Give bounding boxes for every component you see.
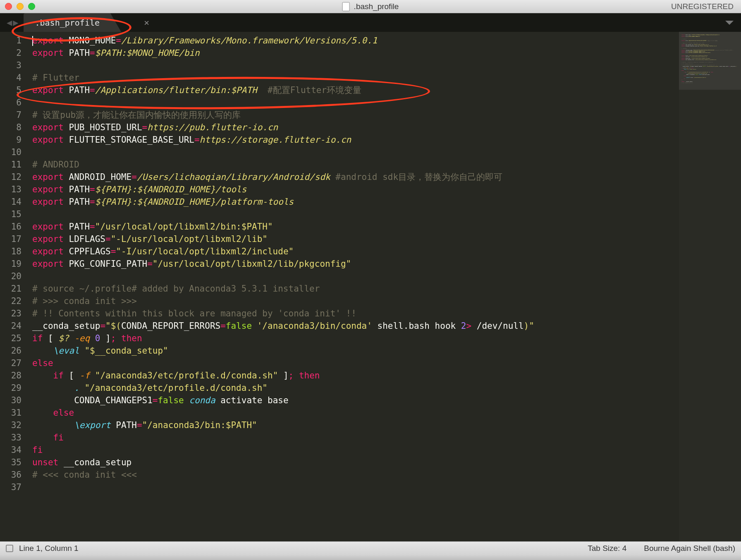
code-line[interactable]: fi bbox=[32, 444, 679, 456]
code-line[interactable]: export PATH=/Applications/flutter/bin:$P… bbox=[32, 84, 679, 96]
titlebar: .bash_profile UNREGISTERED bbox=[0, 0, 741, 13]
line-number-gutter: 1234567891011121314151617181920212223242… bbox=[0, 32, 32, 541]
code-line[interactable]: export PATH="/usr/local/opt/libxml2/bin:… bbox=[32, 220, 679, 233]
editor-area[interactable]: 1234567891011121314151617181920212223242… bbox=[0, 32, 741, 541]
line-number: 12 bbox=[0, 171, 22, 183]
code-line[interactable]: export PKG_CONFIG_PATH="/usr/local/opt/l… bbox=[32, 258, 679, 270]
code-line[interactable]: export PATH=${PATH}:${ANDROID_HOME}/tool… bbox=[32, 183, 679, 196]
line-number: 28 bbox=[0, 369, 22, 382]
line-number: 20 bbox=[0, 270, 22, 282]
line-number: 13 bbox=[0, 183, 22, 196]
status-panel-toggle-icon[interactable] bbox=[6, 545, 13, 552]
tab-bash-profile[interactable]: .bash_profile bbox=[24, 13, 122, 32]
tab-close-icon[interactable]: × bbox=[144, 17, 717, 28]
code-line[interactable]: __conda_setup="$(CONDA_REPORT_ERRORS=fal… bbox=[32, 320, 679, 332]
code-line[interactable]: # <<< conda init <<< bbox=[32, 469, 679, 481]
code-line[interactable]: export CPPFLAGS="-I/usr/local/opt/libxml… bbox=[32, 245, 679, 258]
code-line[interactable]: # ANDROID bbox=[32, 158, 679, 171]
line-number: 27 bbox=[0, 357, 22, 369]
code-line[interactable]: # >>> conda init >>> bbox=[32, 295, 679, 307]
code-line[interactable] bbox=[32, 146, 679, 158]
file-icon bbox=[342, 2, 350, 11]
code-line[interactable] bbox=[32, 270, 679, 282]
line-number: 32 bbox=[0, 419, 22, 431]
line-number: 14 bbox=[0, 196, 22, 208]
code-line[interactable] bbox=[32, 96, 679, 109]
code-line[interactable]: fi bbox=[32, 431, 679, 444]
code-line[interactable]: if [ $? -eq 0 ]; then bbox=[32, 332, 679, 345]
line-number: 7 bbox=[0, 109, 22, 121]
status-position[interactable]: Line 1, Column 1 bbox=[19, 544, 79, 553]
code-line[interactable]: export PATH=$PATH:$MONO_HOME/bin bbox=[32, 47, 679, 59]
code-line[interactable] bbox=[32, 59, 679, 72]
code-line[interactable]: export PATH=${PATH}:${ANDROID_HOME}/plat… bbox=[32, 196, 679, 208]
unregistered-label: UNREGISTERED bbox=[671, 2, 734, 11]
minimize-window-button[interactable] bbox=[17, 3, 24, 10]
line-number: 30 bbox=[0, 394, 22, 407]
line-number: 16 bbox=[0, 220, 22, 233]
line-number: 33 bbox=[0, 431, 22, 444]
line-number: 8 bbox=[0, 121, 22, 134]
maximize-window-button[interactable] bbox=[28, 3, 35, 10]
code-line[interactable]: # !! Contents within this block are mana… bbox=[32, 307, 679, 320]
line-number: 36 bbox=[0, 469, 22, 481]
code-line[interactable]: # Flutter bbox=[32, 72, 679, 84]
line-number: 22 bbox=[0, 295, 22, 307]
line-number: 18 bbox=[0, 245, 22, 258]
window-title: .bash_profile bbox=[342, 2, 399, 11]
line-number: 4 bbox=[0, 72, 22, 84]
tab-overflow-icon[interactable] bbox=[725, 21, 734, 25]
tab-nav-back-icon[interactable]: ◀ bbox=[7, 17, 12, 28]
line-number: 31 bbox=[0, 407, 22, 419]
line-number: 11 bbox=[0, 158, 22, 171]
code-line[interactable]: export PUB_HOSTED_URL=https://pub.flutte… bbox=[32, 121, 679, 134]
line-number: 37 bbox=[0, 481, 22, 493]
line-number: 21 bbox=[0, 282, 22, 295]
minimap-content: export MONO_HOME=/Library/Frameworks/Mon… bbox=[681, 34, 727, 85]
code-line[interactable]: CONDA_CHANGEPS1=false conda activate bas… bbox=[32, 394, 679, 407]
traffic-lights bbox=[5, 3, 35, 10]
code-line[interactable]: . "/anaconda3/etc/profile.d/conda.sh" bbox=[32, 382, 679, 394]
tab-nav-forward-icon[interactable]: ▶ bbox=[13, 17, 18, 28]
minimap[interactable]: export MONO_HOME=/Library/Frameworks/Mon… bbox=[679, 32, 741, 541]
code-line[interactable]: # 设置pub源，才能让你在国内愉快的使用别人写的库 bbox=[32, 109, 679, 121]
code-line[interactable] bbox=[32, 208, 679, 220]
code-line[interactable]: # source ~/.profile# added by Anaconda3 … bbox=[32, 282, 679, 295]
status-tabsize[interactable]: Tab Size: 4 bbox=[588, 544, 626, 553]
line-number: 1 bbox=[0, 34, 22, 47]
code-line[interactable]: unset __conda_setup bbox=[32, 456, 679, 469]
line-number: 25 bbox=[0, 332, 22, 345]
line-number: 34 bbox=[0, 444, 22, 456]
line-number: 26 bbox=[0, 345, 22, 357]
line-number: 29 bbox=[0, 382, 22, 394]
line-number: 24 bbox=[0, 320, 22, 332]
close-window-button[interactable] bbox=[5, 3, 12, 10]
line-number: 10 bbox=[0, 146, 22, 158]
line-number: 2 bbox=[0, 47, 22, 59]
macos-dock-partial bbox=[0, 555, 741, 560]
status-syntax[interactable]: Bourne Again Shell (bash) bbox=[644, 544, 735, 553]
code-line[interactable]: else bbox=[32, 407, 679, 419]
code-line[interactable]: else bbox=[32, 357, 679, 369]
code-line[interactable]: export ANDROID_HOME=/Users/lichaoqian/Li… bbox=[32, 171, 679, 183]
code-line[interactable]: export MONO_HOME=/Library/Frameworks/Mon… bbox=[32, 34, 679, 47]
code-content[interactable]: export MONO_HOME=/Library/Frameworks/Mon… bbox=[32, 32, 679, 541]
code-line[interactable]: export FLUTTER_STORAGE_BASE_URL=https://… bbox=[32, 134, 679, 146]
code-line[interactable] bbox=[32, 481, 679, 493]
line-number: 23 bbox=[0, 307, 22, 320]
line-number: 35 bbox=[0, 456, 22, 469]
code-line[interactable]: \eval "$__conda_setup" bbox=[32, 345, 679, 357]
code-line[interactable]: export LDFLAGS="-L/usr/local/opt/libxml2… bbox=[32, 233, 679, 245]
window-title-text: .bash_profile bbox=[354, 2, 399, 11]
line-number: 15 bbox=[0, 208, 22, 220]
statusbar: Line 1, Column 1 Tab Size: 4 Bourne Agai… bbox=[0, 541, 741, 555]
line-number: 17 bbox=[0, 233, 22, 245]
line-number: 19 bbox=[0, 258, 22, 270]
tabbar: ◀ ▶ .bash_profile × bbox=[0, 13, 741, 32]
line-number: 3 bbox=[0, 59, 22, 72]
line-number: 5 bbox=[0, 84, 22, 96]
tab-nav-arrows: ◀ ▶ bbox=[3, 13, 22, 32]
line-number: 9 bbox=[0, 134, 22, 146]
code-line[interactable]: \export PATH="/anaconda3/bin:$PATH" bbox=[32, 419, 679, 431]
code-line[interactable]: if [ -f "/anaconda3/etc/profile.d/conda.… bbox=[32, 369, 679, 382]
